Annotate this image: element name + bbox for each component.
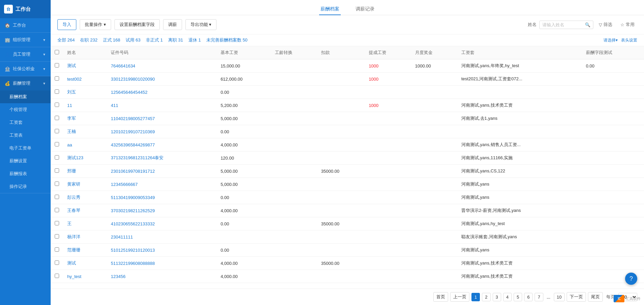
row-checkbox-8[interactable] (55, 168, 59, 173)
filter-button[interactable]: ▽ 筛选 (596, 20, 615, 29)
row-base-salary-12: 0.00 (216, 217, 271, 230)
sidebar-item-workbench[interactable]: 🏠 工作台 (0, 18, 51, 32)
row-name-8[interactable]: 邢珊 (63, 165, 107, 178)
page-3-button[interactable]: 3 (493, 293, 501, 301)
import-button[interactable]: 导入 (57, 19, 76, 30)
filter-no-file[interactable]: 未完善薪酬档案数 50 (206, 37, 248, 43)
row-checkbox-1[interactable] (55, 76, 59, 81)
star-icon: ☆ (620, 22, 624, 27)
row-name-16[interactable]: hy_test (63, 270, 107, 283)
sidebar-item-salary[interactable]: 💰 薪酬管理 ▼ (0, 76, 51, 90)
sidebar-sub-salary-config[interactable]: 薪酬设置 (0, 155, 51, 167)
row-name-1[interactable]: test002 (63, 73, 107, 86)
tab-salary-file[interactable]: 薪酬档案 (319, 3, 341, 15)
tab-adjust-record[interactable]: 调薪记录 (354, 3, 376, 15)
employee-icon: 👤 (5, 52, 10, 57)
row-name-12[interactable]: 王 (63, 217, 107, 230)
row-deduction-4 (317, 112, 365, 125)
th-salary-set: 工资套 (457, 46, 582, 59)
sidebar-item-employee[interactable]: 👤 员工管理 ▼ (0, 47, 51, 61)
sidebar-sub-operation-log[interactable]: 操作记录 (0, 180, 51, 193)
row-checkbox-13[interactable] (55, 234, 59, 239)
filter-all[interactable]: 全部 264 (57, 37, 75, 43)
row-checkbox-11[interactable] (55, 208, 59, 212)
search-icon[interactable]: 🔍 (585, 22, 590, 27)
row-commission-6 (365, 138, 411, 151)
sidebar-item-social[interactable]: 🏦 社保公积金 ▼ (0, 62, 51, 76)
row-checkbox-cell (51, 138, 63, 151)
row-id-num-4: 110402198005277457 (107, 112, 216, 125)
page-6-button[interactable]: 6 (524, 293, 533, 301)
row-name-11[interactable]: 王春琴 (63, 204, 107, 217)
page-10-button[interactable]: 10 (554, 293, 565, 301)
row-checkbox-12[interactable] (55, 221, 59, 225)
next-page-button[interactable]: 下一页 (567, 292, 586, 302)
last-page-button[interactable]: 尾页 (588, 292, 603, 302)
row-checkbox-7[interactable] (55, 155, 59, 160)
row-name-10[interactable]: 彭云秀 (63, 191, 107, 204)
prev-page-button[interactable]: 上一页 (450, 292, 469, 302)
row-checkbox-4[interactable] (55, 116, 59, 120)
row-name-6[interactable]: aa (63, 138, 107, 151)
row-name-3[interactable]: 11 (63, 99, 107, 112)
row-monthly-bonus-10 (411, 191, 457, 204)
row-name-9[interactable]: 黄家研 (63, 178, 107, 191)
page-4-button[interactable]: 4 (503, 293, 512, 301)
sidebar-sub-payroll[interactable]: 工资表 (0, 129, 51, 142)
page-5-button[interactable]: 5 (514, 293, 522, 301)
filter-trial[interactable]: 试用 63 (126, 37, 140, 43)
common-button[interactable]: ☆ 常用 (618, 20, 637, 29)
filter-resigned[interactable]: 离职 31 (168, 37, 183, 43)
row-checkbox-0[interactable] (55, 63, 59, 67)
row-name-4[interactable]: 李军 (63, 112, 107, 125)
row-name-7[interactable]: 测试123 (63, 151, 107, 165)
filter-label: 筛选 (603, 22, 612, 28)
filter-informal[interactable]: 非正式 1 (146, 37, 163, 43)
select-all-checkbox[interactable] (55, 50, 59, 54)
sidebar-sub-salary-set[interactable]: 工资套 (0, 116, 51, 129)
row-checkbox-cell (51, 217, 63, 230)
select-link[interactable]: 请选择▾ (603, 37, 618, 43)
row-checkbox-5[interactable] (55, 129, 59, 133)
header-settings-link[interactable]: 表头设置 (621, 37, 637, 43)
row-name-15[interactable]: 测试 (63, 257, 107, 270)
page-1-button[interactable]: 1 (471, 293, 480, 301)
batch-button[interactable]: 批量操作 ▾ (80, 19, 111, 30)
row-checkbox-3[interactable] (55, 103, 59, 107)
row-name-5[interactable]: 王楠 (63, 125, 107, 138)
page-7-button[interactable]: 7 (535, 293, 543, 301)
row-checkbox-cell (51, 112, 63, 125)
dismiss-button[interactable]: 调薪 (163, 19, 182, 30)
row-checkbox-2[interactable] (55, 89, 59, 94)
filter-retired[interactable]: 退休 1 (188, 37, 201, 43)
row-name-13[interactable]: 杨洋洋 (63, 230, 107, 244)
row-name-2[interactable]: 刘五 (63, 86, 107, 99)
toolbar-search: 姓名 🔍 ▽ 筛选 ☆ 常用 (528, 20, 637, 29)
sidebar-item-salary-label: 薪酬管理 (13, 80, 30, 86)
search-input[interactable] (542, 22, 583, 27)
set-fields-label: 设置薪酬档案字段 (120, 22, 155, 28)
row-checkbox-14[interactable] (55, 247, 59, 252)
sidebar-item-org[interactable]: 🏢 组织管理 ▼ (0, 33, 51, 47)
first-page-button[interactable]: 首页 (433, 292, 448, 302)
sidebar-sub-salary-file[interactable]: 薪酬档案 (0, 90, 51, 103)
page-2-button[interactable]: 2 (482, 293, 490, 301)
workbench-icon: 🏠 (5, 23, 10, 28)
help-button[interactable]: ? (625, 273, 637, 285)
export-button[interactable]: 导出功能 ▾ (185, 19, 217, 30)
row-checkbox-16[interactable] (55, 274, 59, 278)
sidebar-sub-salary-report[interactable]: 薪酬报表 (0, 167, 51, 180)
filter-active[interactable]: 在职 232 (80, 37, 97, 43)
filter-row: 全部 264 在职 232 正式 168 试用 63 非正式 1 离职 31 退… (51, 34, 644, 46)
row-name-0[interactable]: 测试 (63, 59, 107, 73)
row-name-14[interactable]: 范珊珊 (63, 244, 107, 257)
set-fields-button[interactable]: 设置薪酬档案字段 (114, 19, 160, 30)
row-checkbox-6[interactable] (55, 142, 59, 146)
row-checkbox-9[interactable] (55, 182, 59, 186)
sidebar-sub-e-payroll[interactable]: 电子工资单 (0, 142, 51, 155)
filter-formal[interactable]: 正式 168 (103, 37, 120, 43)
sidebar-sub-tax[interactable]: 个税管理 (0, 103, 51, 116)
row-checkbox-10[interactable] (55, 195, 59, 199)
row-checkbox-15[interactable] (55, 260, 59, 265)
salary-table: 姓名 证件号码 基本工资 工龄转换 扣款 提成工资 月度奖金 工资套 薪酬字段测… (51, 46, 644, 283)
